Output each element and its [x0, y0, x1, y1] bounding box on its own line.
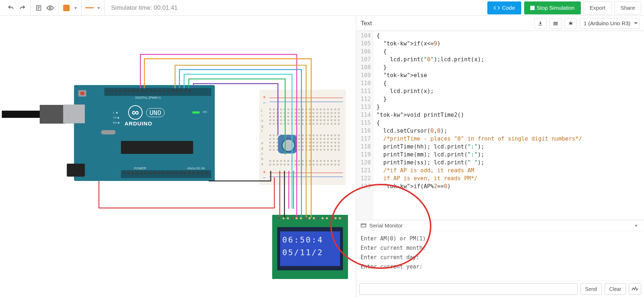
lcd-line-2: 05/11/2	[282, 246, 338, 259]
panel-title: Text	[361, 20, 531, 27]
svg-point-4	[49, 7, 51, 9]
export-button[interactable]: Export	[584, 1, 612, 14]
stop-icon	[530, 6, 535, 10]
digital-pin-rail[interactable]	[104, 88, 211, 96]
stop-simulation-button[interactable]: Stop Simulation	[524, 1, 581, 14]
code-button[interactable]: Code	[487, 1, 521, 14]
breadboard[interactable]: +− jihgfedcba +−	[259, 90, 346, 185]
on-led	[192, 111, 200, 114]
code-panel: Text 1 (Arduino Uno R3) 1041051061071081…	[356, 16, 644, 297]
download-button[interactable]	[534, 18, 547, 29]
visibility-button[interactable]	[44, 2, 56, 14]
lcd-line-1: 06:50:4	[282, 234, 338, 246]
circuit-canvas[interactable]: DIGITAL (PWM~) L ■TX ■RX ■ ∞UNO ON ARDUI…	[0, 16, 356, 297]
svg-rect-11	[361, 223, 366, 227]
reset-button[interactable]	[78, 90, 86, 97]
svg-line-8	[572, 22, 573, 23]
graph-button[interactable]	[629, 283, 641, 295]
svg-line-10	[572, 24, 573, 24]
potentiometer[interactable]	[278, 135, 297, 154]
serial-monitor-icon	[361, 223, 366, 228]
share-button[interactable]: Share	[614, 1, 641, 14]
clear-button[interactable]: Clear	[605, 283, 626, 295]
power-analog-rail[interactable]	[121, 170, 211, 178]
arduino-uno-board[interactable]: DIGITAL (PWM~) L ■TX ■RX ■ ∞UNO ON ARDUI…	[74, 85, 215, 181]
send-button[interactable]: Send	[580, 283, 602, 295]
notes-button[interactable]	[33, 2, 44, 14]
code-button-label: Code	[502, 5, 515, 11]
board-select[interactable]: 1 (Arduino Uno R3)	[580, 18, 640, 29]
simulator-time: Simulator time: 00:01:41	[111, 4, 487, 12]
serial-output: Enter AM(0) or PM(1)Enter current month:…	[356, 231, 644, 281]
lcd-16x2[interactable]: 06:50:4 05/11/2	[272, 215, 348, 279]
serial-input[interactable]	[359, 283, 578, 295]
svg-line-9	[569, 24, 570, 24]
atmega-chip	[121, 141, 193, 154]
redo-button[interactable]	[17, 2, 28, 14]
undo-button[interactable]	[5, 2, 17, 14]
code-editor[interactable]: 1041051061071081091101111121131141151161…	[356, 31, 644, 220]
power-jack	[67, 164, 85, 177]
svg-point-5	[570, 22, 572, 25]
debug-button[interactable]	[565, 18, 577, 29]
serial-collapse-icon[interactable]: ▼	[634, 223, 638, 228]
libraries-button[interactable]	[549, 18, 562, 29]
wire-style[interactable]	[84, 2, 95, 14]
serial-monitor: Serial Monitor ▼ Enter AM(0) or PM(1)Ent…	[356, 220, 644, 297]
toolbar: ▼ ▼ Simulator time: 00:01:41 Code Stop S…	[0, 0, 644, 16]
stop-button-label: Stop Simulation	[537, 5, 575, 11]
serial-title: Serial Monitor	[369, 222, 403, 229]
color-dropdown-icon[interactable]: ▼	[74, 6, 78, 10]
svg-line-7	[569, 22, 570, 23]
wire-dropdown-icon[interactable]: ▼	[97, 6, 101, 10]
color-picker[interactable]	[61, 2, 72, 14]
